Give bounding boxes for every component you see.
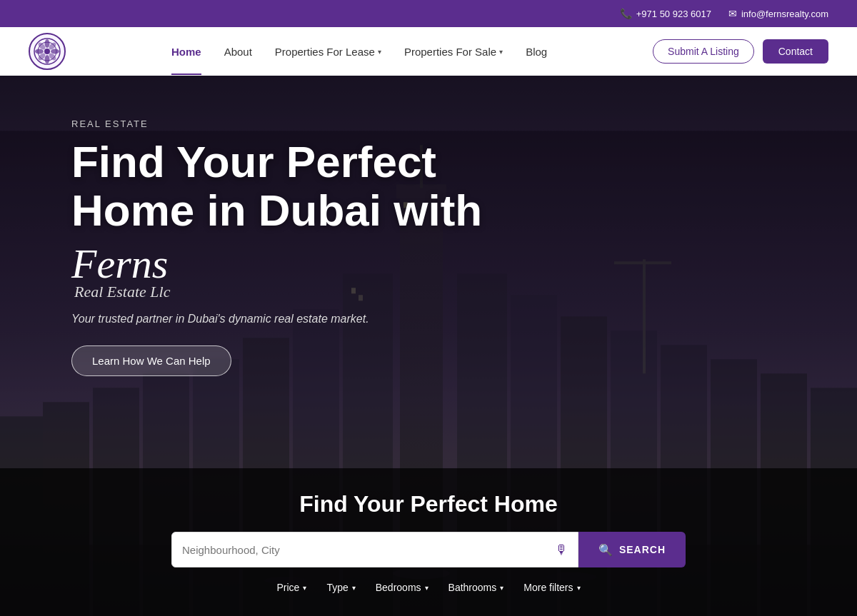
chevron-down-icon: ▾: [352, 584, 356, 592]
email-icon: ✉: [728, 8, 737, 19]
svg-point-2: [45, 39, 50, 48]
logo-circle: [29, 33, 66, 70]
nav-item-home[interactable]: Home: [171, 46, 201, 58]
logo-svg: [33, 37, 61, 66]
nav-link-home[interactable]: Home: [171, 46, 201, 58]
nav-link-lease[interactable]: Properties For Lease ▾: [275, 46, 381, 58]
hero-tag: REAL ESTATE: [71, 118, 482, 129]
microphone-icon: 🎙: [555, 542, 568, 557]
submit-listing-button[interactable]: Submit A Listing: [653, 39, 754, 64]
svg-point-5: [51, 49, 59, 54]
email-address: info@fernsrealty.com: [741, 9, 828, 19]
search-bar: 🎙 🔍 SEARCH: [171, 532, 686, 567]
nav-link-blog[interactable]: Blog: [526, 46, 547, 58]
logo[interactable]: [29, 33, 66, 70]
nav-item-sale[interactable]: Properties For Sale ▾: [404, 46, 503, 58]
search-icon: 🔍: [598, 543, 613, 557]
filter-bedrooms-button[interactable]: Bedrooms ▾: [369, 579, 436, 596]
hero-content: REAL ESTATE Find Your Perfect Home in Du…: [71, 118, 482, 376]
hero-title: Find Your Perfect Home in Dubai with: [71, 138, 482, 235]
chevron-down-icon: ▾: [378, 48, 381, 56]
chevron-down-icon-sale: ▾: [499, 48, 503, 56]
nav-item-blog[interactable]: Blog: [526, 46, 547, 58]
search-input[interactable]: [182, 544, 555, 556]
navbar: Home About Properties For Lease ▾ Proper…: [0, 27, 857, 76]
filter-type-button[interactable]: Type ▾: [319, 579, 362, 596]
chevron-down-icon: ▾: [577, 584, 581, 592]
nav-links: Home About Properties For Lease ▾ Proper…: [171, 46, 547, 58]
nav-actions: Submit A Listing Contact: [653, 39, 828, 64]
chevron-down-icon: ▾: [303, 584, 306, 592]
search-title: Find Your Perfect Home: [0, 491, 857, 517]
hero-subtitle: Your trusted partner in Dubai's dynamic …: [71, 313, 482, 325]
email-item[interactable]: ✉ info@fernsrealty.com: [728, 8, 828, 19]
svg-point-10: [44, 49, 50, 54]
chevron-down-icon: ▾: [425, 584, 428, 592]
filter-row: Price ▾ Type ▾ Bedrooms ▾ Bathrooms ▾ Mo…: [0, 579, 857, 596]
phone-icon: 📞: [620, 8, 632, 19]
filter-bathrooms-button[interactable]: Bathrooms ▾: [441, 579, 511, 596]
contact-button[interactable]: Contact: [763, 39, 828, 64]
search-section: Find Your Perfect Home 🎙 🔍 SEARCH Price …: [0, 468, 857, 616]
top-bar: 📞 +971 50 923 6017 ✉ info@fernsrealty.co…: [0, 0, 857, 27]
phone-item[interactable]: 📞 +971 50 923 6017: [620, 8, 711, 19]
hero-brand-script: Ferns: [71, 241, 482, 288]
learn-how-button[interactable]: Learn How We Can Help: [71, 345, 231, 376]
nav-item-lease[interactable]: Properties For Lease ▾: [275, 46, 381, 58]
filter-more-button[interactable]: More filters ▾: [516, 579, 587, 596]
search-input-wrap: 🎙: [171, 532, 578, 567]
hero-section: REAL ESTATE Find Your Perfect Home in Du…: [0, 76, 857, 616]
hero-brand-sub: Real Estate Llc: [74, 283, 482, 301]
nav-link-sale[interactable]: Properties For Sale ▾: [404, 46, 503, 58]
svg-point-3: [45, 55, 50, 64]
nav-link-about[interactable]: About: [224, 46, 252, 58]
svg-point-4: [35, 49, 44, 54]
filter-price-button[interactable]: Price ▾: [269, 579, 314, 596]
search-button[interactable]: 🔍 SEARCH: [578, 532, 686, 567]
nav-item-about[interactable]: About: [224, 46, 252, 58]
chevron-down-icon: ▾: [500, 584, 503, 592]
phone-number: +971 50 923 6017: [636, 9, 711, 19]
